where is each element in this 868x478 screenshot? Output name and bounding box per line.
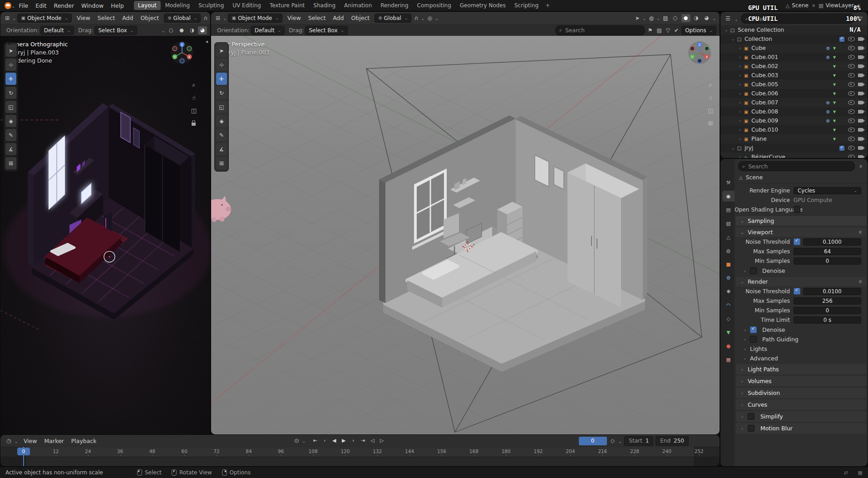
osl-checkbox[interactable] (794, 206, 800, 213)
outliner-item[interactable]: › ▣ Cube.002 ⚙ ▼ (720, 62, 868, 71)
render-camera-icon[interactable] (858, 83, 863, 86)
outliner-item[interactable]: › ∿ BézierCurve ⚙ ▼ (720, 153, 868, 158)
tab-particles[interactable]: ✱ (722, 286, 735, 297)
tool-add-cube[interactable]: ⊞ (5, 157, 16, 169)
ortho-grid-icon[interactable]: ⊞ (708, 120, 713, 127)
visibility-eye-icon[interactable] (848, 91, 855, 96)
keying-set-icon[interactable]: ◇ (609, 437, 616, 444)
property-value-field[interactable]: 0 s (794, 316, 861, 324)
xray-toggle-icon[interactable]: ▨ (661, 15, 669, 22)
subsection-header[interactable]: Denoise (735, 266, 868, 275)
modifier-wrench-icon[interactable]: ⚙ (825, 100, 831, 105)
tool-options-dropdown[interactable]: Options (681, 26, 716, 35)
render-camera-icon[interactable] (858, 46, 863, 50)
shading-dropdown[interactable] (713, 15, 716, 21)
shading-dropdown[interactable] (162, 27, 165, 34)
tab-output[interactable]: ▤ (722, 204, 735, 215)
tool-select-box[interactable]: ➤ (216, 44, 227, 57)
workspace-tab[interactable]: Modeling (161, 1, 194, 10)
snap-options-dropdown[interactable] (421, 15, 424, 21)
menu-item[interactable]: Help (107, 1, 128, 10)
search-input[interactable] (564, 26, 641, 34)
expand-arrow[interactable]: ⌄ (730, 146, 736, 150)
subsection-header[interactable]: Path Guiding (735, 334, 868, 344)
render-engine-select[interactable]: Cycles (794, 187, 861, 194)
drag-mode-select[interactable]: Select Box (94, 26, 137, 35)
viewport-menu-item[interactable]: Add (329, 14, 347, 22)
property-value-field[interactable]: 0.1000 (803, 238, 861, 246)
subsection-checkbox[interactable] (750, 267, 757, 274)
outliner-item[interactable]: ⌄ □ Scene Collection ⚙ ▼ (720, 25, 868, 34)
preset-sliders-icon[interactable]: ≡ (858, 230, 863, 234)
snap-magnet-toggle[interactable]: ∩ (413, 15, 419, 22)
pan-hand-icon[interactable]: ☝ (709, 94, 712, 101)
expand-arrow[interactable]: › (737, 82, 743, 87)
app-menu-dropdown[interactable] (11, 2, 15, 9)
overlays-icon[interactable]: ◍ (647, 15, 655, 22)
editor-type-dropdown[interactable] (223, 15, 227, 21)
tool-rotate[interactable]: ↻ (5, 87, 16, 99)
property-checkbox[interactable] (794, 238, 800, 245)
tab-render[interactable]: ◉ (722, 191, 735, 202)
outliner-editor-icon[interactable]: ☰ (724, 15, 732, 22)
expand-arrow[interactable]: › (737, 137, 743, 141)
next-frame[interactable]: ▷ (377, 436, 386, 445)
modifier-wrench-icon[interactable]: ⚙ (825, 118, 831, 123)
workspace-tab[interactable]: Animation (340, 1, 376, 10)
tool-scale[interactable]: ◱ (5, 101, 16, 113)
viewport-canvas[interactable]: User Perspective (0) jryj | Plane.003 ➤⊹… (211, 36, 720, 434)
outliner-display-dropdown[interactable] (735, 15, 738, 22)
workspace-tab[interactable]: Shading (309, 1, 340, 10)
visibility-eye-icon[interactable] (848, 46, 855, 50)
outliner-item[interactable]: › ▣ Cube.006 ⚙ ▼ (720, 89, 868, 98)
play[interactable]: ▶ (339, 436, 348, 445)
section-checkbox[interactable] (748, 413, 755, 420)
visibility-eye-icon[interactable] (848, 55, 855, 59)
workspace-tab[interactable]: Layout (134, 1, 161, 10)
section-header[interactable]: Light Paths (736, 364, 866, 375)
sampling-section-header[interactable]: Sampling (736, 216, 866, 226)
properties-options-icon[interactable]: ≡ (858, 163, 863, 169)
jump-to-end[interactable]: ⇥ (358, 436, 367, 445)
workspace-tab[interactable]: Geometry Nodes (456, 1, 510, 10)
viewport-menu-item[interactable]: View (73, 14, 94, 22)
render-camera-icon[interactable] (858, 64, 863, 68)
expand-arrow[interactable]: › (737, 128, 743, 132)
collection-checkbox[interactable] (839, 37, 844, 42)
keying-set-dropdown[interactable] (618, 438, 622, 444)
property-value-field[interactable]: 64 (794, 248, 861, 255)
mesh-data-icon[interactable]: ▼ (831, 137, 838, 141)
camera-view-icon[interactable]: ◫ (708, 107, 713, 114)
filter-funnel-icon[interactable]: ▽ (665, 27, 671, 34)
tool-orientation-select[interactable]: Default (251, 26, 285, 35)
mode-select[interactable]: ▣Object Mode (17, 14, 72, 23)
section-header[interactable]: Subdivision (736, 388, 866, 398)
outliner-search-input[interactable] (750, 15, 850, 23)
keying-dropdown[interactable] (302, 437, 306, 444)
property-value-field[interactable]: 0.0100 (803, 288, 861, 295)
tool-add-cube[interactable]: ⊞ (216, 157, 227, 169)
outliner-item[interactable]: › ▣ Cube.001 ⚙ ▼ (720, 53, 868, 62)
collection-checkbox[interactable] (839, 146, 844, 151)
tool-orientation-select[interactable]: Default (40, 26, 74, 35)
sidebar-toggle[interactable] (715, 39, 717, 44)
expand-arrow[interactable]: › (737, 55, 743, 59)
tab-object[interactable]: ■ (722, 259, 735, 270)
section-header[interactable]: Curves (736, 399, 866, 410)
expand-arrow[interactable]: ⌄ (730, 37, 736, 41)
tool-transform[interactable]: ◈ (5, 115, 16, 127)
tool-select-box[interactable]: ➤ (5, 44, 16, 57)
tab-world[interactable]: ◍ (722, 245, 735, 256)
tool-scale[interactable]: ◱ (216, 101, 227, 113)
mesh-data-icon[interactable]: ▼ (831, 64, 838, 69)
proportional-edit-toggle[interactable]: ◎ (426, 15, 434, 22)
navigation-gizmo[interactable]: Z X Y (169, 40, 195, 65)
shading-wireframe-button[interactable]: ○ (167, 26, 176, 34)
expand-arrow[interactable]: › (737, 46, 743, 50)
visibility-eye-icon[interactable] (848, 73, 855, 78)
mesh-data-icon[interactable]: ▼ (831, 128, 838, 132)
expand-arrow[interactable]: › (737, 155, 743, 158)
outliner-item[interactable]: › ▣ Cube.003 ⚙ ▼ (720, 71, 868, 80)
tool-move[interactable]: ✛ (216, 73, 227, 85)
expand-arrow[interactable]: › (737, 109, 743, 114)
